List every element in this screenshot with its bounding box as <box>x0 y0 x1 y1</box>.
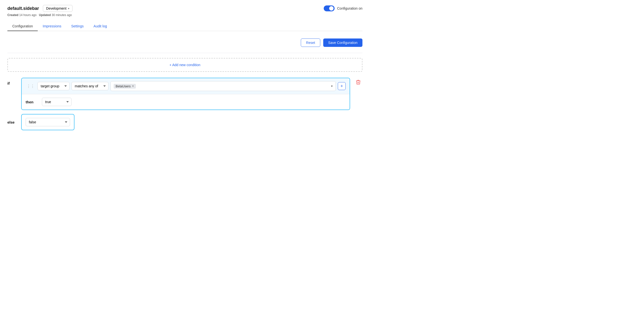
add-condition-row-button[interactable]: + <box>338 82 346 90</box>
drag-handle-icon[interactable]: ⋮⋮ <box>26 84 36 89</box>
beta-users-tag: BetaUsers × <box>114 84 136 89</box>
divider <box>8 53 362 53</box>
else-block: else false true <box>8 114 362 130</box>
target-group-select[interactable]: target group <box>38 82 70 90</box>
else-inner: false true <box>21 114 74 130</box>
page-header: default.sidebar Development ▾ Configurat… <box>8 5 362 12</box>
meta-info: Created 14 hours ago Updated 30 minutes … <box>8 13 362 17</box>
save-configuration-button[interactable]: Save Configuration <box>323 39 362 47</box>
add-condition-box[interactable]: + Add new condition <box>8 58 362 72</box>
tag-input-inner: BetaUsers × <box>114 84 136 89</box>
main-content: Reset Save Configuration + Add new condi… <box>8 31 362 138</box>
created-value: 14 hours ago <box>19 13 36 17</box>
tag-dropdown-chevron-icon: ▾ <box>331 84 332 88</box>
if-label: if <box>8 78 17 85</box>
header-left: default.sidebar Development ▾ <box>8 5 72 12</box>
then-label: then <box>26 100 38 104</box>
condition-row: ⋮⋮ target group matches any of BetaUsers… <box>22 78 350 94</box>
environment-dropdown[interactable]: Development ▾ <box>43 5 72 12</box>
condition-inner: ⋮⋮ target group matches any of BetaUsers… <box>21 78 350 110</box>
updated-value: 30 minutes ago <box>52 13 72 17</box>
trash-icon <box>356 80 360 85</box>
tab-impressions[interactable]: Impressions <box>38 22 66 31</box>
reset-button[interactable]: Reset <box>301 39 320 47</box>
toolbar: Reset Save Configuration <box>8 39 362 47</box>
else-label: else <box>8 120 17 124</box>
env-dropdown-label: Development <box>46 7 66 10</box>
created-label: Created <box>8 13 18 17</box>
configuration-toggle[interactable] <box>324 6 334 11</box>
tab-settings[interactable]: Settings <box>66 22 89 31</box>
if-condition-block: if ⋮⋮ target group matches any of Beta <box>8 78 362 110</box>
tag-remove-icon[interactable]: × <box>132 84 134 88</box>
header-right: Configuration on <box>324 6 362 11</box>
toggle-thumb <box>329 6 334 11</box>
then-value-select[interactable]: true false <box>42 98 72 106</box>
tab-configuration[interactable]: Configuration <box>8 22 38 31</box>
delete-condition-button[interactable] <box>354 78 362 88</box>
chevron-down-icon: ▾ <box>68 7 69 10</box>
tabs-nav: Configuration Impressions Settings Audit… <box>8 22 362 31</box>
tag-input-wrapper[interactable]: BetaUsers × ▾ <box>110 81 336 91</box>
else-value-select[interactable]: false true <box>26 118 70 126</box>
app-title: default.sidebar <box>8 6 39 11</box>
updated-label: Updated <box>39 13 51 17</box>
tab-audit-log[interactable]: Audit log <box>88 22 112 31</box>
add-condition-button[interactable]: + Add new condition <box>170 63 200 67</box>
then-row: then true false <box>22 94 350 110</box>
tag-label: BetaUsers <box>116 84 131 88</box>
matches-any-of-select[interactable]: matches any of <box>72 82 108 90</box>
toggle-label: Configuration on <box>337 7 362 10</box>
